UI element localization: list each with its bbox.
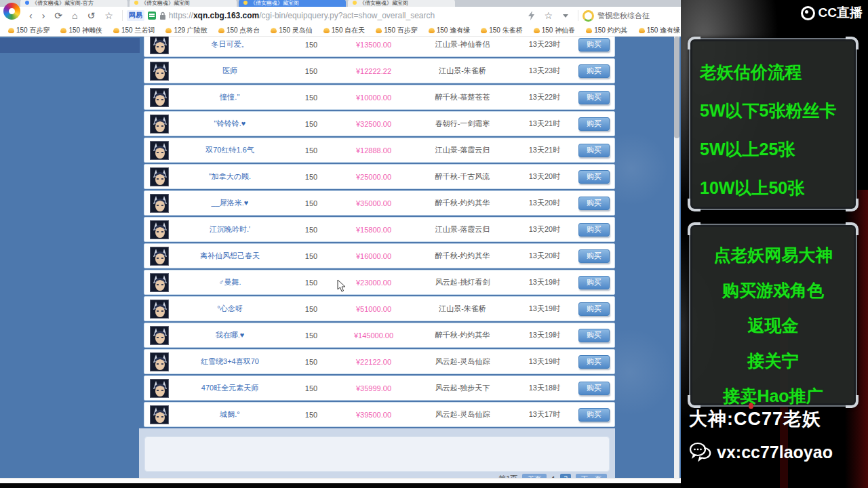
bookmark-favicon-icon: [481, 28, 487, 33]
browser-logo-icon[interactable]: [3, 3, 20, 20]
character-avatar[interactable]: [150, 273, 169, 292]
character-avatar[interactable]: [150, 141, 169, 160]
scrollbar[interactable]: [674, 37, 679, 478]
listing-row[interactable]: 470旺全元素天师 150 ¥35999.00 风云起-独步天下 13天18时 …: [144, 375, 615, 401]
hot-search-text[interactable]: 警惕悲秋综合征: [597, 11, 650, 21]
browser-tab[interactable]: 《倩女幽魂》藏宝阁: [239, 0, 346, 7]
character-avatar[interactable]: [150, 88, 169, 107]
bookmark-item[interactable]: 150 朱雀桥: [475, 26, 528, 35]
character-avatar[interactable]: [150, 247, 169, 266]
buy-button[interactable]: 购买: [578, 223, 610, 237]
buy-button[interactable]: 购买: [578, 249, 610, 263]
buy-button[interactable]: 购买: [578, 355, 610, 369]
bookmark-item[interactable]: 150 神雕侠: [55, 26, 107, 35]
character-avatar[interactable]: [150, 62, 169, 81]
buy-button[interactable]: 购买: [578, 64, 610, 78]
buy-button[interactable]: 购买: [578, 382, 610, 395]
browser-tab[interactable]: 《倩女幽魂》藏宝阁: [130, 0, 237, 7]
character-name-link[interactable]: 憧憧.'': [173, 92, 287, 102]
bookmark-item[interactable]: 150 灵岛仙: [265, 26, 317, 35]
bookmark-favicon-icon: [165, 28, 172, 33]
listing-row[interactable]: 我在哪.♥ 150 ¥145000.00 醉千秋-灼灼其华 13天19时 购买: [144, 323, 615, 348]
listing-row[interactable]: ♂曼舞. 150 ¥23000.00 风云起-挑灯看剑 13天19时 购买: [144, 270, 615, 295]
server-name: 江山景-朱雀桥: [412, 304, 513, 314]
bookmark-item[interactable]: 150 百步穿: [370, 26, 422, 35]
bookmark-item[interactable]: 150 百步穿: [3, 26, 55, 35]
listing-row[interactable]: 离补仙风想己春天 150 ¥16000.00 醉千秋-灼灼其华 13天20时 购…: [144, 243, 615, 268]
character-avatar[interactable]: [150, 300, 169, 319]
bookmark-item[interactable]: 129 广陵散: [160, 26, 212, 35]
buy-button[interactable]: 购买: [578, 408, 610, 422]
browser-tab[interactable]: 《倩女幽魂》藏宝阁: [348, 0, 455, 7]
character-name-link[interactable]: ♂曼舞.: [173, 277, 287, 287]
buy-button[interactable]: 购买: [578, 38, 610, 52]
character-name-link[interactable]: 冬日可爱。: [173, 39, 287, 49]
listing-row[interactable]: 江沉晚吟时.' 150 ¥15800.00 江山景-落霞云归 13天20时 购买: [144, 217, 615, 242]
overlay-text-line: 接关宁: [697, 343, 849, 378]
buy-button[interactable]: 购买: [578, 276, 610, 289]
character-name-link[interactable]: 我在哪.♥: [173, 330, 287, 340]
back-icon[interactable]: ‹: [29, 11, 33, 20]
listing-row[interactable]: °心念呀 150 ¥51000.00 江山景-朱雀桥 13天19时 购买: [144, 296, 615, 321]
character-avatar[interactable]: [150, 167, 169, 186]
character-name-link[interactable]: ''铃铃铃.♥: [173, 119, 287, 129]
buy-button[interactable]: 购买: [578, 144, 610, 157]
bookmark-favicon-icon: [376, 28, 382, 33]
listing-row[interactable]: ''铃铃铃.♥ 150 ¥32500.00 春朝行-一剑霜寒 13天21时 购买: [144, 111, 615, 136]
buy-button[interactable]: 购买: [578, 117, 610, 131]
browser-tab[interactable]: 《倩女幽魂》藏宝阁-官方: [20, 0, 127, 7]
listing-row[interactable]: 双70红特1.6气 150 ¥12888.00 江山景-落霞云归 13天21时 …: [144, 138, 615, 163]
scrollbar-thumb[interactable]: [674, 37, 679, 138]
bookmark-label: 150 灼灼其: [594, 26, 627, 35]
character-name-link[interactable]: 江沉晚吟时.': [173, 224, 287, 235]
listing-row[interactable]: "加拿大の顾. 150 ¥25000.00 醉千秋-千古风流 13天20时 购买: [144, 164, 615, 189]
home-icon[interactable]: ⌂: [72, 11, 77, 20]
character-avatar[interactable]: [150, 405, 169, 424]
bookmark-item[interactable]: 150 逢有缘: [423, 26, 475, 35]
character-avatar[interactable]: [150, 37, 169, 54]
listing-row[interactable]: __犀洛米.♥ 150 ¥35000.00 醉千秋-灼灼其华 13天20时 购买: [144, 190, 615, 216]
bookmark-item[interactable]: 150 兰若词: [108, 26, 160, 35]
bookmark-item[interactable]: 150 逢有缘: [633, 26, 681, 35]
bookmark-item[interactable]: 150 点将台: [213, 26, 265, 35]
bookmark-item[interactable]: 150 神仙眷: [528, 26, 580, 35]
safety-icon[interactable]: [148, 12, 156, 20]
listing-row[interactable]: 憧憧.'' 150 ¥10000.00 醉千秋-慕楚苍苍 13天22时 购买: [144, 85, 615, 110]
buy-button[interactable]: 购买: [578, 302, 610, 316]
buy-button[interactable]: 购买: [578, 91, 610, 104]
character-name-link[interactable]: 城阙.°: [173, 409, 287, 420]
bookmark-item[interactable]: 150 灼灼其: [580, 26, 633, 35]
listing-row[interactable]: 红雪绕3+4喜双70 150 ¥22122.00 风云起-灵岛仙踪 13天19时…: [144, 349, 615, 374]
chevron-down-icon[interactable]: [563, 14, 568, 18]
character-name-link[interactable]: 离补仙风想己春天: [173, 251, 287, 261]
address-url[interactable]: https://xqn.cbg.163.com/cgi-bin/equipque…: [169, 11, 435, 20]
character-name-link[interactable]: "加拿大の顾.: [173, 171, 287, 182]
character-avatar[interactable]: [150, 352, 169, 371]
buy-button[interactable]: 购买: [578, 329, 610, 342]
character-avatar[interactable]: [150, 194, 169, 213]
character-avatar[interactable]: [150, 115, 169, 134]
buy-button[interactable]: 购买: [578, 170, 610, 184]
character-avatar[interactable]: [150, 379, 169, 398]
lightning-icon[interactable]: [528, 11, 534, 20]
listing-row[interactable]: 冬日可爱。 150 ¥13500.00 江山景-神仙眷侣 13天23时 购买: [144, 37, 615, 57]
forward-icon[interactable]: ›: [42, 11, 45, 20]
character-name-link[interactable]: 红雪绕3+4喜双70: [173, 357, 287, 367]
refresh-icon[interactable]: ⟳: [54, 11, 62, 20]
character-avatar[interactable]: [150, 220, 169, 239]
listing-row[interactable]: 医师 150 ¥12222.22 江山景-朱雀桥 13天23时 购买: [144, 58, 615, 83]
character-name-link[interactable]: 医师: [173, 66, 287, 76]
character-name-link[interactable]: 双70红特1.6气: [173, 145, 287, 155]
listing-row[interactable]: 城阙.° 150 ¥39500.00 风云起-灵岛仙踪 13天17时 购买: [144, 402, 615, 427]
bookmark-favicon-icon: [639, 28, 645, 33]
character-avatar[interactable]: [150, 326, 169, 345]
character-name-link[interactable]: __犀洛米.♥: [173, 198, 287, 208]
bookmark-item[interactable]: 150 自在天: [318, 26, 370, 35]
character-name-link[interactable]: °心念呀: [173, 304, 287, 314]
favorite-star-icon[interactable]: ☆: [104, 11, 113, 20]
undo-icon[interactable]: ↺: [87, 11, 96, 20]
bookmark-star-icon[interactable]: ☆: [544, 11, 553, 20]
character-name-link[interactable]: 470旺全元素天师: [173, 383, 287, 393]
site-badge[interactable]: 网易: [127, 10, 144, 21]
buy-button[interactable]: 购买: [578, 197, 610, 210]
